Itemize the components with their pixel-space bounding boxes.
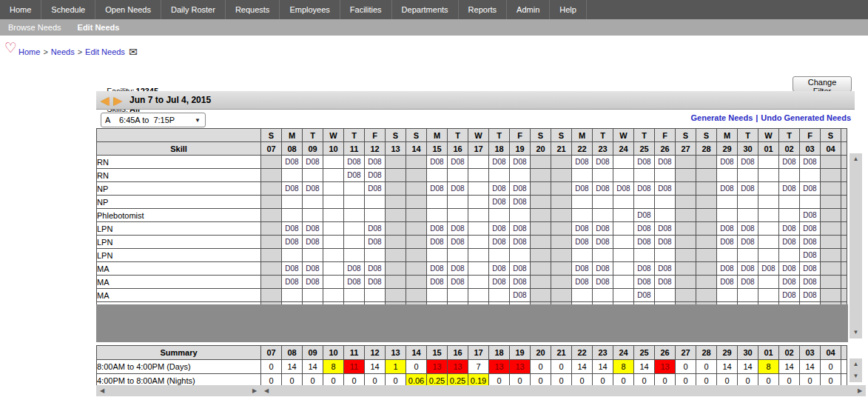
need-cell[interactable] bbox=[821, 249, 841, 262]
need-cell[interactable] bbox=[821, 289, 841, 302]
need-cell[interactable] bbox=[758, 182, 779, 196]
need-cell[interactable] bbox=[821, 196, 841, 209]
need-cell[interactable]: D08 bbox=[427, 182, 448, 196]
need-cell[interactable]: D08 bbox=[738, 236, 758, 249]
need-cell[interactable] bbox=[261, 262, 282, 276]
need-cell[interactable] bbox=[593, 209, 613, 222]
need-cell[interactable] bbox=[531, 209, 551, 222]
need-cell[interactable]: D08 bbox=[593, 222, 613, 236]
prev-period-icon[interactable]: ◀ bbox=[101, 95, 110, 106]
need-cell[interactable] bbox=[406, 222, 427, 236]
need-cell[interactable] bbox=[386, 276, 406, 289]
need-cell[interactable] bbox=[323, 156, 344, 169]
need-cell[interactable] bbox=[531, 222, 551, 236]
need-cell[interactable] bbox=[593, 169, 613, 182]
need-cell[interactable] bbox=[551, 276, 572, 289]
need-cell[interactable] bbox=[676, 249, 696, 262]
need-cell[interactable]: D08 bbox=[448, 156, 468, 169]
scroll-left-icon[interactable]: ◀ bbox=[98, 385, 107, 396]
need-cell[interactable] bbox=[323, 182, 344, 196]
nav-tab-employees[interactable]: Employees bbox=[280, 0, 340, 19]
need-cell[interactable]: D08 bbox=[510, 156, 531, 169]
need-cell[interactable] bbox=[531, 262, 551, 276]
need-cell[interactable] bbox=[758, 156, 779, 169]
need-cell[interactable] bbox=[696, 262, 717, 276]
need-cell[interactable] bbox=[261, 209, 282, 222]
need-cell[interactable]: D08 bbox=[427, 262, 448, 276]
need-cell[interactable] bbox=[468, 289, 489, 302]
need-cell[interactable]: D08 bbox=[655, 236, 676, 249]
need-cell[interactable] bbox=[468, 276, 489, 289]
need-cell[interactable] bbox=[551, 196, 572, 209]
need-cell[interactable]: D08 bbox=[800, 276, 821, 289]
need-cell[interactable] bbox=[510, 169, 531, 182]
need-cell[interactable] bbox=[821, 236, 841, 249]
need-cell[interactable]: D08 bbox=[738, 262, 758, 276]
need-cell[interactable] bbox=[572, 196, 593, 209]
scroll-up-icon[interactable]: ▲ bbox=[850, 359, 862, 370]
need-cell[interactable] bbox=[821, 169, 841, 182]
need-cell[interactable]: D08 bbox=[655, 182, 676, 196]
need-cell[interactable] bbox=[282, 196, 303, 209]
nav-tab-reports[interactable]: Reports bbox=[459, 0, 508, 19]
need-cell[interactable]: D08 bbox=[655, 222, 676, 236]
envelope-icon[interactable]: ✉ bbox=[129, 46, 138, 58]
need-cell[interactable]: D08 bbox=[365, 182, 386, 196]
need-cell[interactable] bbox=[717, 196, 738, 209]
need-cell[interactable] bbox=[676, 209, 696, 222]
nav-tab-open-needs[interactable]: Open Needs bbox=[95, 0, 161, 19]
need-cell[interactable] bbox=[717, 289, 738, 302]
need-cell[interactable] bbox=[386, 236, 406, 249]
need-cell[interactable]: D08 bbox=[717, 156, 738, 169]
need-cell[interactable] bbox=[365, 289, 386, 302]
need-cell[interactable] bbox=[634, 249, 655, 262]
need-cell[interactable] bbox=[531, 236, 551, 249]
need-cell[interactable] bbox=[696, 156, 717, 169]
scroll-up-icon[interactable]: ▲ bbox=[850, 154, 862, 164]
need-cell[interactable]: D08 bbox=[303, 222, 323, 236]
need-cell[interactable] bbox=[655, 209, 676, 222]
nav-tab-requests[interactable]: Requests bbox=[226, 0, 280, 19]
need-cell[interactable] bbox=[386, 209, 406, 222]
need-cell[interactable] bbox=[406, 209, 427, 222]
need-cell[interactable]: D08 bbox=[510, 182, 531, 196]
need-cell[interactable]: D08 bbox=[800, 209, 821, 222]
need-cell[interactable] bbox=[365, 249, 386, 262]
need-cell[interactable]: D08 bbox=[593, 262, 613, 276]
need-cell[interactable] bbox=[613, 196, 634, 209]
need-cell[interactable] bbox=[572, 209, 593, 222]
need-cell[interactable] bbox=[717, 169, 738, 182]
generate-needs-link[interactable]: Generate Needs bbox=[691, 113, 753, 122]
need-cell[interactable] bbox=[551, 222, 572, 236]
need-cell[interactable] bbox=[738, 249, 758, 262]
need-cell[interactable] bbox=[531, 169, 551, 182]
undo-generated-needs-link[interactable]: Undo Generated Needs bbox=[761, 113, 851, 122]
need-cell[interactable]: D08 bbox=[365, 222, 386, 236]
need-cell[interactable] bbox=[427, 289, 448, 302]
need-cell[interactable] bbox=[261, 182, 282, 196]
need-cell[interactable] bbox=[613, 156, 634, 169]
need-cell[interactable] bbox=[613, 276, 634, 289]
need-cell[interactable] bbox=[489, 249, 510, 262]
need-cell[interactable] bbox=[738, 289, 758, 302]
need-cell[interactable]: D08 bbox=[593, 182, 613, 196]
need-cell[interactable]: D08 bbox=[448, 236, 468, 249]
need-cell[interactable] bbox=[696, 209, 717, 222]
nav-tab-daily-roster[interactable]: Daily Roster bbox=[161, 0, 226, 19]
need-cell[interactable] bbox=[427, 196, 448, 209]
breadcrumb-link-home[interactable]: Home bbox=[18, 47, 40, 56]
need-cell[interactable] bbox=[303, 249, 323, 262]
need-cell[interactable] bbox=[758, 236, 779, 249]
need-cell[interactable] bbox=[448, 249, 468, 262]
label-column-horizontal-scrollbar[interactable]: ◀ ▶ bbox=[96, 385, 260, 396]
need-cell[interactable] bbox=[572, 289, 593, 302]
need-cell[interactable] bbox=[448, 196, 468, 209]
need-cell[interactable]: D08 bbox=[717, 276, 738, 289]
need-cell[interactable] bbox=[758, 222, 779, 236]
need-cell[interactable] bbox=[613, 169, 634, 182]
need-cell[interactable]: D08 bbox=[365, 276, 386, 289]
need-cell[interactable]: D08 bbox=[489, 236, 510, 249]
need-cell[interactable]: D08 bbox=[634, 182, 655, 196]
need-cell[interactable] bbox=[676, 222, 696, 236]
need-cell[interactable] bbox=[406, 196, 427, 209]
